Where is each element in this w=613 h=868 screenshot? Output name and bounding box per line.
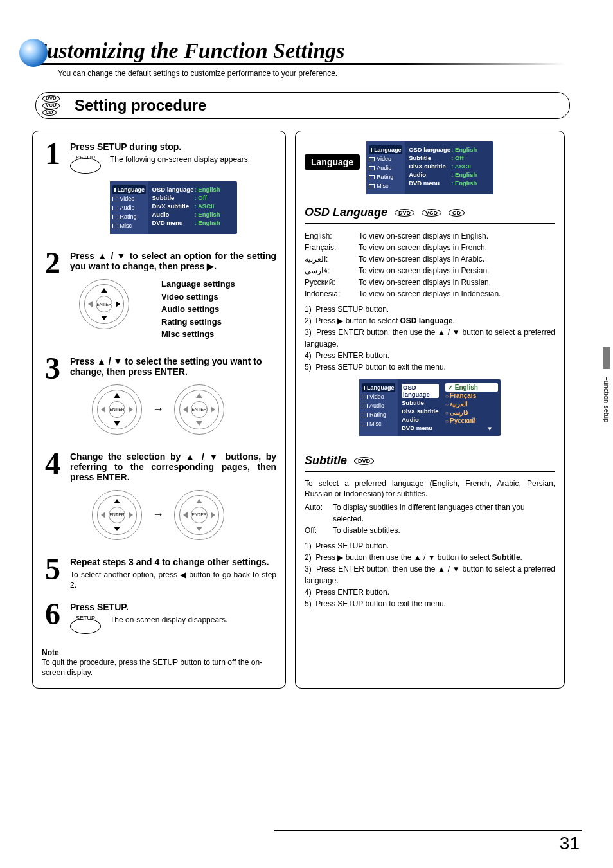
osd-language-heading: OSD Language DVD VCD CD bbox=[305, 206, 555, 219]
note-heading: Note bbox=[42, 648, 276, 657]
left-column: 1 Press SETUP during stop. SETUP The fol… bbox=[32, 131, 286, 689]
step-num-5: 5 bbox=[42, 557, 64, 590]
step6-title: Press SETUP. bbox=[70, 602, 276, 612]
subtitle-options: Auto:To display subtitles in different l… bbox=[305, 502, 555, 536]
step5-title: Repeat steps 3 and 4 to change other set… bbox=[70, 557, 276, 567]
badge-cd: CD bbox=[42, 109, 57, 116]
osd-menu-video: Video bbox=[112, 194, 146, 203]
step-num-6: 6 bbox=[42, 602, 64, 637]
step-num-4: 4 bbox=[42, 451, 64, 545]
subtitle-intro: To select a preferred language (English,… bbox=[305, 478, 555, 499]
badge-dvd: DVD bbox=[42, 95, 60, 102]
title-underline bbox=[32, 63, 565, 65]
right-column: Language Language Video Audio Rating Mis… bbox=[295, 131, 565, 689]
arrow-icon: → bbox=[152, 508, 164, 521]
osd-menu-rating: Rating bbox=[112, 212, 146, 221]
step6-text: The on-screen display disappears. bbox=[110, 615, 276, 625]
setup-button-icon: SETUP bbox=[70, 158, 101, 174]
disc-badges: DVD VCD CD bbox=[42, 95, 60, 116]
osd-mockup-1: Language Video Audio Rating Misc OSD lan… bbox=[110, 181, 237, 234]
step-num-2: 2 bbox=[42, 251, 64, 345]
osd-menu-language: Language bbox=[112, 185, 146, 194]
arrow-icon: → bbox=[152, 402, 164, 416]
step4-title: Change the selection by ▲ / ▼ buttons, b… bbox=[70, 451, 276, 482]
osd-mockup-2: Language Video Audio Rating Misc OSD lan… bbox=[366, 141, 493, 194]
step1-text: The following on-screen display appears. bbox=[110, 154, 276, 165]
settings-categories: Language settings Video settings Audio s… bbox=[161, 278, 235, 341]
step1-title: Press SETUP during stop. bbox=[70, 141, 276, 152]
dpad-icon: ENTER bbox=[92, 384, 142, 435]
page-subtitle: You can change the default settings to c… bbox=[58, 69, 581, 78]
osd-language-list: English:To view on-screen displays in En… bbox=[305, 230, 555, 300]
osd-menu-misc: Misc bbox=[112, 221, 146, 230]
scroll-down-icon: ▼ bbox=[445, 425, 498, 432]
step3-title: Press ▲ / ▼ to select the setting you wa… bbox=[70, 356, 276, 377]
language-tab-label: Language bbox=[305, 154, 360, 170]
note-text: To quit the procedure, press the SETUP b… bbox=[42, 657, 276, 678]
step-num-3: 3 bbox=[42, 356, 64, 440]
decorative-circle bbox=[19, 39, 48, 67]
osd-mockup-3: Language Video Audio Rating Misc OSD lan… bbox=[359, 379, 501, 436]
setup-button-label: SETUP bbox=[76, 610, 95, 626]
step-num-1: 1 bbox=[42, 141, 64, 239]
side-tab-label: Function setup bbox=[603, 376, 610, 422]
section-heading-text: Setting procedure bbox=[75, 96, 206, 114]
dpad-icon: ENTER bbox=[174, 490, 224, 540]
setup-button-label: SETUP bbox=[76, 150, 95, 165]
dpad-icon: ENTER bbox=[92, 490, 142, 540]
osd-language-steps: 1) Press SETUP button. 2) Press ▶ button… bbox=[305, 303, 555, 373]
osd-menu-audio: Audio bbox=[112, 203, 146, 212]
step2-title: Press ▲ / ▼ to select an option for the … bbox=[70, 251, 276, 271]
dpad-icon: ENTER bbox=[174, 384, 224, 435]
badge-vcd: VCD bbox=[42, 102, 60, 109]
page-number: 31 bbox=[560, 833, 580, 854]
dpad-icon: ENTER bbox=[79, 279, 129, 329]
page-title: Customizing the Function Settings bbox=[32, 39, 581, 63]
section-heading: DVD VCD CD Setting procedure bbox=[35, 92, 570, 119]
step5-text: To select another option, press ◀ button… bbox=[70, 570, 276, 590]
footer-rule bbox=[274, 830, 582, 831]
side-tab: Function setup bbox=[591, 347, 610, 444]
subtitle-heading: Subtitle DVD bbox=[305, 454, 555, 467]
setup-button-icon: SETUP bbox=[70, 619, 101, 634]
subtitle-steps: 1) Press SETUP button. 2) Press ▶ button… bbox=[305, 540, 555, 610]
